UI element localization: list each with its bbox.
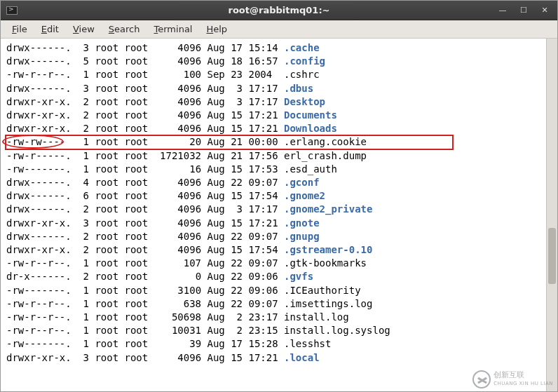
file-name: .gstreamer-0.10 xyxy=(284,243,372,257)
file-name: Downloads xyxy=(284,122,337,135)
listing-row: drwx------. 2 root root 4096 Aug 22 09:0… xyxy=(6,230,552,243)
listing-row: drwxr-xr-x. 2 root root 4096 Aug 15 17:2… xyxy=(6,122,552,135)
file-name: .erlang.cookie xyxy=(284,135,367,149)
listing-row: drwx------. 4 root root 4096 Aug 22 09:0… xyxy=(6,176,552,189)
file-name: .cshrc xyxy=(284,68,320,81)
file-name: install.log xyxy=(284,311,349,324)
menu-file[interactable]: File xyxy=(5,21,34,37)
listing-row: drwx------. 3 root root 4096 Aug 17 15:1… xyxy=(6,41,552,55)
listing-row: -rw-r--r--. 1 root root 50698 Aug 2 23:1… xyxy=(6,311,552,324)
listing-row: -rw-------. 1 root root 39 Aug 17 15:28 … xyxy=(6,337,552,351)
listing-row: drwxr-xr-x. 3 root root 4096 Aug 15 17:2… xyxy=(6,217,552,230)
listing-row: drwxr-xr-x. 2 root root 4096 Aug 15 17:2… xyxy=(6,109,552,122)
watermark-line2: CHUANG XIN HU LIAN xyxy=(494,379,553,388)
menu-help[interactable]: Help xyxy=(199,21,234,37)
listing-row: -rw-r--r--. 1 root root 107 Aug 22 09:07… xyxy=(6,257,552,270)
listing-row: drwx------. 6 root root 4096 Aug 15 17:5… xyxy=(6,189,552,203)
listing-row: drwxr-xr-x. 3 root root 4096 Aug 15 17:2… xyxy=(6,351,552,365)
file-name: .imsettings.log xyxy=(284,297,372,311)
listing-row: -rw-------. 1 root root 16 Aug 15 17:53 … xyxy=(6,163,552,176)
listing-row: -rw-------. 1 root root 3100 Aug 22 09:0… xyxy=(6,284,552,297)
file-name: .gnome2_private xyxy=(284,203,372,216)
menu-search[interactable]: Search xyxy=(102,21,147,37)
watermark: 创新互联 CHUANG XIN HU LIAN xyxy=(472,370,553,388)
listing-row: -rw-r--r--. 1 root root 638 Aug 22 09:07… xyxy=(6,297,552,311)
file-name: .gnote xyxy=(284,217,320,230)
menu-view[interactable]: View xyxy=(66,21,102,37)
file-name: .cache xyxy=(284,41,320,55)
listing-row: drwxr-xr-x. 2 root root 4096 Aug 15 17:5… xyxy=(6,243,552,257)
file-name: .gtk-bookmarks xyxy=(284,257,367,270)
listing-row: -rw-r-----. 1 root root 1721032 Aug 21 1… xyxy=(6,149,552,163)
listing-row: drwxr-xr-x. 2 root root 4096 Aug 3 17:17… xyxy=(6,95,552,109)
listing-row: drwx------. 2 root root 4096 Aug 3 17:17… xyxy=(6,203,552,216)
maximize-button[interactable]: ☐ xyxy=(517,5,531,16)
terminal-output[interactable]: drwx------. 3 root root 4096 Aug 17 15:1… xyxy=(1,39,557,367)
file-name: .ICEauthority xyxy=(284,284,361,297)
file-name: .local xyxy=(284,351,320,365)
file-name: .gnupg xyxy=(284,230,320,243)
file-name: .gnome2 xyxy=(284,189,325,203)
listing-row: drwx------. 3 root root 4096 Aug 3 17:17… xyxy=(6,82,552,95)
file-name: .lesshst xyxy=(284,337,331,351)
file-name: .esd_auth xyxy=(284,163,337,176)
file-name: Documents xyxy=(284,109,337,122)
listing-row: drwx------. 5 root root 4096 Aug 18 16:5… xyxy=(6,55,552,68)
watermark-logo-icon xyxy=(472,370,491,388)
file-name: .config xyxy=(284,55,325,68)
file-name: install.log.syslog xyxy=(284,324,390,337)
file-name: .gvfs xyxy=(284,270,313,283)
watermark-line1: 创新互联 xyxy=(494,371,553,379)
listing-row: dr-x------. 2 root root 0 Aug 22 09:06 .… xyxy=(6,270,552,283)
file-name: .dbus xyxy=(284,82,313,95)
listing-row: -rw-r--r--. 1 root root 100 Sep 23 2004 … xyxy=(6,68,552,81)
file-name: erl_crash.dump xyxy=(284,149,367,163)
menu-edit[interactable]: Edit xyxy=(34,21,66,37)
listing-row: -rw-rw---- 1 root root 20 Aug 21 00:00 .… xyxy=(6,135,552,149)
menu-terminal[interactable]: Terminal xyxy=(147,21,200,37)
file-name: .gconf xyxy=(284,176,320,189)
scrollbar[interactable] xyxy=(546,39,557,391)
window-title: root@rabbitmq01:~ xyxy=(1,5,557,15)
scroll-thumb[interactable] xyxy=(548,228,556,284)
file-name: Desktop xyxy=(284,95,325,109)
listing-row: -rw-r--r--. 1 root root 10031 Aug 2 23:1… xyxy=(6,324,552,337)
menubar: File Edit View Search Terminal Help xyxy=(1,20,557,39)
titlebar: root@rabbitmq01:~ — ☐ ✕ xyxy=(1,1,557,20)
close-button[interactable]: ✕ xyxy=(538,5,552,16)
minimize-button[interactable]: — xyxy=(496,5,510,16)
terminal-icon xyxy=(6,6,18,15)
